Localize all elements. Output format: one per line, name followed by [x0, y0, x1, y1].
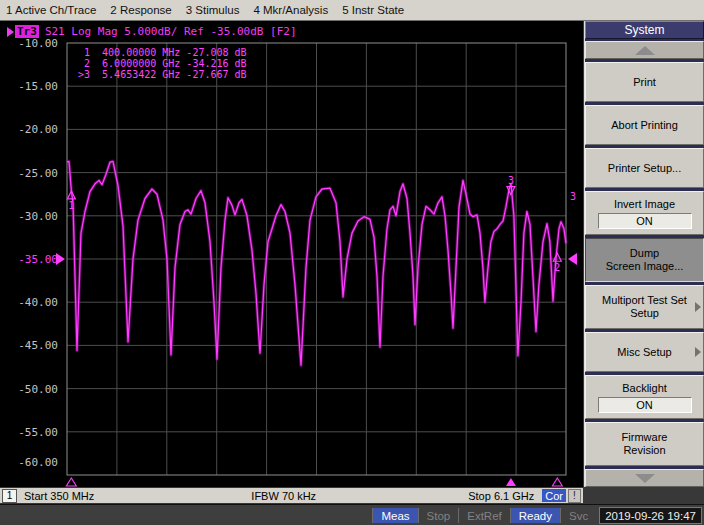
softkey-toggle-state: ON [598, 213, 692, 229]
marker-1-label: 1 [68, 200, 74, 211]
stop-frequency-label: Stop 6.1 GHz [468, 490, 534, 502]
y-axis-tick-label: -45.00 [10, 339, 58, 352]
marker-readout-table: 1 400.00000 MHz -27.008 dB 2 6.0000000 G… [78, 47, 247, 80]
active-trace-arrow-icon [7, 27, 14, 37]
softkey-scroll-down-button[interactable] [585, 469, 704, 487]
softkey-firmware-revision[interactable]: FirmwareRevision [585, 422, 704, 466]
softkey-list: PrintAbort PrintingPrinter Setup...Inver… [585, 62, 704, 469]
instrument-status-bar: MeasStopExtRefReadySvc2019-09-26 19:47 [0, 504, 704, 525]
lcd-display: 1233 Tr3 S21 Log Mag 5.000dB/ Ref -35.00… [0, 21, 583, 487]
marker-readout-row: 2 6.0000000 GHz -34.216 dB [78, 58, 247, 69]
up-arrow-icon [635, 46, 655, 55]
vna-screen: 1 Active Ch/Trace2 Response3 Stimulus4 M… [0, 0, 704, 525]
menu-item-3-stimulus[interactable]: 3 Stimulus [186, 4, 240, 16]
softkey-abort-printing[interactable]: Abort Printing [585, 105, 704, 145]
channel-number-badge: 1 [2, 489, 17, 503]
softkey-misc-setup[interactable]: Misc Setup [585, 332, 704, 372]
menu-item-1-active-ch-trace[interactable]: 1 Active Ch/Trace [6, 4, 96, 16]
submenu-arrow-icon [695, 302, 701, 312]
marker-3-stimulus-icon [506, 478, 516, 486]
start-frequency-label: Start 350 MHz [24, 490, 94, 502]
submenu-arrow-icon [695, 347, 701, 357]
softkey-label: Print [633, 76, 656, 89]
datetime-display: 2019-09-26 19:47 [599, 507, 702, 524]
softkey-menu-title: System [585, 21, 704, 39]
ifbw-label: IFBW 70 kHz [251, 490, 316, 502]
softkey-label: Backlight [622, 382, 667, 395]
marker-readout-row: >3 5.4653422 GHz -27.667 dB [78, 69, 247, 80]
softkey-backlight[interactable]: BacklightON [585, 375, 704, 419]
channel-status-bar: 1 Start 350 MHz IFBW 70 kHz Stop 6.1 GHz… [0, 488, 583, 503]
marker-2-label: 2 [554, 262, 560, 273]
trace-descriptor: S21 Log Mag 5.000dB/ Ref -35.00dB [F2] [45, 25, 297, 38]
status-extref: ExtRef [458, 508, 510, 523]
marker-3-label: 3 [508, 175, 514, 186]
softkey-multiport-test-set-setup[interactable]: Multiport Test SetSetup [585, 285, 704, 329]
y-axis-tick-label: -15.00 [10, 80, 58, 93]
softkey-dump-screen-image[interactable]: DumpScreen Image... [585, 238, 704, 282]
y-axis-tick-label: -20.00 [10, 123, 58, 136]
top-menu-bar: 1 Active Ch/Trace2 Response3 Stimulus4 M… [0, 0, 704, 21]
softkey-label: Printer Setup... [608, 162, 681, 175]
marker-1-stimulus-icon [66, 478, 76, 486]
y-axis-tick-label: -50.00 [10, 383, 58, 396]
softkey-scroll-up-button[interactable] [585, 41, 704, 59]
y-axis-tick-label: -40.00 [10, 296, 58, 309]
marker-3-level-indicator: 3 [570, 191, 576, 202]
ref-level-right-arrow-icon [568, 253, 577, 265]
softkey-label: Misc Setup [617, 346, 671, 359]
y-axis-tick-label: -25.00 [10, 167, 58, 180]
correction-status-badge: Cor [542, 489, 566, 502]
y-axis-tick-label: -30.00 [10, 210, 58, 223]
softkey-label: Screen Image... [606, 260, 684, 273]
y-axis-tick-label: -10.00 [10, 37, 58, 50]
softkey-label: Firmware [622, 431, 668, 444]
softkey-label: Abort Printing [611, 119, 678, 132]
menu-item-4-mkr-analysis[interactable]: 4 Mkr/Analysis [253, 4, 328, 16]
softkey-label: Revision [623, 444, 665, 457]
softkey-invert-image[interactable]: Invert ImageON [585, 191, 704, 235]
softkey-label: Invert Image [614, 198, 675, 211]
menu-item-2-response[interactable]: 2 Response [110, 4, 171, 16]
y-axis-tick-label: -60.00 [10, 456, 58, 469]
marker-readout-row: 1 400.00000 MHz -27.008 dB [78, 47, 247, 58]
plot-svg: 1233 [0, 21, 583, 487]
y-axis-tick-label: -55.00 [10, 426, 58, 439]
softkey-toggle-state: ON [598, 397, 692, 413]
marker-2-stimulus-icon [552, 478, 562, 486]
softkey-label: Dump [630, 247, 659, 260]
menu-item-5-instr-state[interactable]: 5 Instr State [342, 4, 404, 16]
softkey-label: Setup [630, 307, 659, 320]
status-stop: Stop [418, 508, 459, 523]
down-arrow-icon [635, 474, 655, 483]
error-indicator: ! [568, 489, 581, 503]
status-ready: Ready [510, 508, 560, 523]
softkey-label: Multiport Test Set [602, 294, 687, 307]
status-svc: Svc [560, 508, 596, 523]
softkey-sidebar: System PrintAbort PrintingPrinter Setup.… [584, 21, 704, 487]
y-axis-tick-label: -35.00 [10, 253, 58, 266]
softkey-print[interactable]: Print [585, 62, 704, 102]
status-meas: Meas [372, 508, 417, 523]
softkey-printer-setup[interactable]: Printer Setup... [585, 148, 704, 188]
